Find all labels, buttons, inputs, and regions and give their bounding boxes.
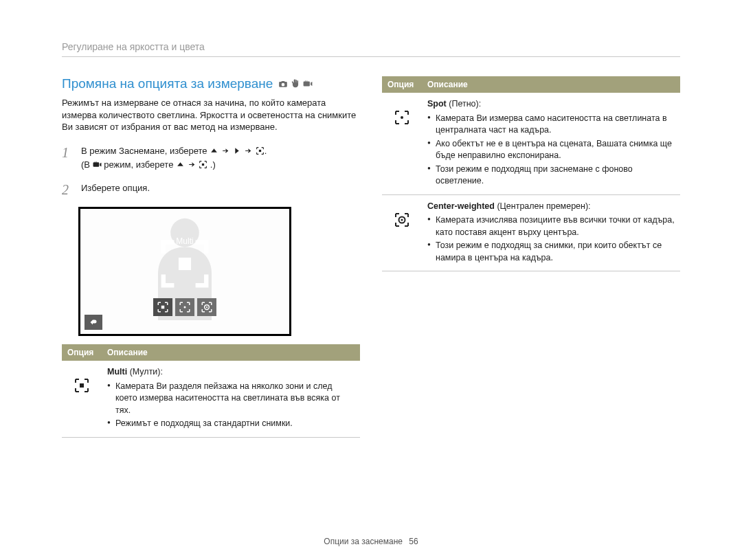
footer-text: Опции за заснемане	[324, 537, 403, 546]
option-title-rest: (Мулти):	[127, 367, 163, 377]
table-row: Spot (Петно): Камерата Ви измерва само н…	[382, 93, 680, 194]
options-table-right: Опция Описание Spot (Петно): Камерата Ви…	[382, 76, 680, 271]
breadcrumb: Регулиране на яркостта и цвета	[62, 41, 680, 57]
option-title: Spot	[427, 99, 447, 109]
camera-screenshot: Multi	[78, 207, 291, 336]
step-2-text: Изберете опция.	[81, 180, 360, 200]
back-button[interactable]	[85, 315, 102, 330]
table-row: Center-weighted (Централен премерен): Ка…	[382, 194, 680, 271]
bullet: Този режим е подходящ при заснемане с фо…	[427, 164, 675, 188]
col-option: Опция	[62, 344, 102, 361]
step-number: 2	[62, 180, 74, 200]
camera-icon	[278, 79, 288, 89]
section-title: Промяна на опцията за измерване	[62, 76, 360, 91]
bullet: Камерата изчислява позициите във всички …	[427, 214, 675, 238]
option-multi-tile[interactable]	[153, 298, 172, 316]
up-icon	[176, 160, 185, 173]
option-title: Multi	[107, 367, 127, 377]
bullet: Ако обектът не е в центъра на сцената, В…	[427, 138, 675, 162]
step-1-text-a: В режим Заснемане, изберете	[81, 146, 210, 156]
options-table-left: Опция Описание Multi (Мулти): Камерата В…	[62, 344, 360, 438]
spot-icon	[392, 109, 412, 126]
svg-rect-7	[179, 258, 191, 270]
option-center-tile[interactable]	[197, 298, 216, 316]
hand-icon	[291, 79, 300, 89]
multi-icon	[256, 146, 265, 159]
arrow-next-icon	[188, 160, 196, 173]
page-footer: Опции за заснемане 56	[0, 537, 742, 546]
step-1: 1 В режим Заснемане, изберете . (В режим…	[62, 143, 360, 174]
up-icon	[210, 146, 218, 159]
step-number: 1	[62, 143, 74, 174]
section-title-text: Промяна на опцията за измерване	[62, 76, 273, 91]
multi-icon	[72, 377, 91, 394]
step-2: 2 Изберете опция.	[62, 180, 360, 200]
col-description: Описание	[102, 344, 360, 361]
option-title-rest: (Петно):	[447, 99, 481, 109]
right-icon	[232, 146, 241, 159]
video-icon	[93, 160, 102, 173]
step-1-text-c: режим, изберете	[104, 159, 176, 170]
option-title-rest: (Централен премерен):	[495, 201, 591, 211]
arrow-next-icon	[221, 146, 230, 159]
bullet: Камерата Ви разделя пейзажа на няколко з…	[107, 381, 355, 417]
option-title: Center-weighted	[427, 201, 495, 211]
intro-text: Режимът на измерване се отнася за начина…	[62, 97, 360, 133]
step-1-text-b: (В	[81, 159, 93, 170]
bullet: Този режим е подходящ за снимки, при кои…	[427, 240, 675, 264]
video-icon	[303, 79, 313, 89]
bullet: Камерата Ви измерва само наситеността на…	[427, 113, 675, 137]
step-1-text-d: .)	[210, 159, 216, 170]
mode-label: Multi	[176, 236, 193, 246]
page-number: 56	[409, 537, 418, 546]
arrow-next-icon	[244, 146, 253, 159]
col-option: Опция	[382, 76, 422, 93]
table-row: Multi (Мулти): Камерата Ви разделя пейза…	[62, 361, 360, 437]
col-description: Описание	[422, 76, 680, 93]
option-spot-tile[interactable]	[175, 298, 194, 316]
multi-icon	[199, 160, 207, 173]
center-weighted-icon	[392, 212, 412, 228]
bullet: Режимът е подходящ за стандартни снимки.	[107, 418, 355, 430]
